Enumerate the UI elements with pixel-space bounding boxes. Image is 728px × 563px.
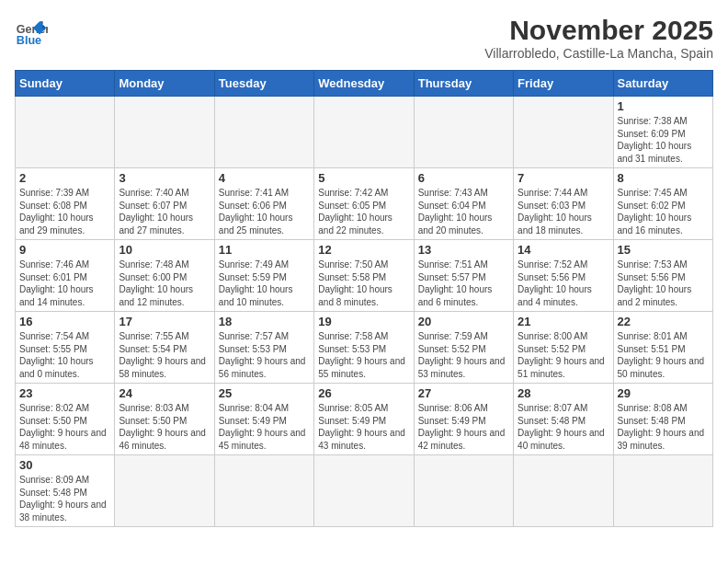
weekday-header-wednesday: Wednesday bbox=[314, 71, 414, 97]
day-info: Sunrise: 7:38 AM Sunset: 6:09 PM Dayligh… bbox=[618, 115, 709, 165]
day-number: 7 bbox=[518, 171, 609, 185]
day-number: 24 bbox=[119, 386, 210, 400]
day-info: Sunrise: 7:48 AM Sunset: 6:00 PM Dayligh… bbox=[119, 259, 210, 308]
week-row-6: 30Sunrise: 8:09 AM Sunset: 5:48 PM Dayli… bbox=[16, 455, 713, 527]
weekday-header-monday: Monday bbox=[115, 71, 214, 97]
day-info: Sunrise: 7:59 AM Sunset: 5:52 PM Dayligh… bbox=[418, 330, 509, 380]
day-number: 8 bbox=[618, 171, 709, 185]
day-cell bbox=[613, 455, 712, 527]
day-number: 6 bbox=[418, 171, 509, 185]
day-info: Sunrise: 7:40 AM Sunset: 6:07 PM Dayligh… bbox=[119, 187, 210, 236]
day-number: 27 bbox=[418, 386, 509, 400]
day-cell: 12Sunrise: 7:50 AM Sunset: 5:58 PM Dayli… bbox=[314, 240, 414, 312]
day-info: Sunrise: 7:44 AM Sunset: 6:03 PM Dayligh… bbox=[518, 187, 609, 236]
day-cell: 6Sunrise: 7:43 AM Sunset: 6:04 PM Daylig… bbox=[414, 168, 513, 240]
day-info: Sunrise: 7:39 AM Sunset: 6:08 PM Dayligh… bbox=[19, 187, 110, 236]
day-number: 26 bbox=[318, 386, 409, 400]
day-cell: 28Sunrise: 8:07 AM Sunset: 5:48 PM Dayli… bbox=[514, 384, 613, 455]
day-info: Sunrise: 8:03 AM Sunset: 5:50 PM Dayligh… bbox=[119, 402, 210, 452]
day-number: 23 bbox=[19, 386, 110, 400]
day-number: 21 bbox=[518, 315, 609, 328]
day-cell: 20Sunrise: 7:59 AM Sunset: 5:52 PM Dayli… bbox=[414, 312, 513, 384]
day-info: Sunrise: 7:42 AM Sunset: 6:05 PM Dayligh… bbox=[318, 187, 409, 236]
month-title: November 2025 bbox=[484, 15, 713, 46]
day-cell: 1Sunrise: 7:38 AM Sunset: 6:09 PM Daylig… bbox=[613, 97, 712, 168]
day-number: 16 bbox=[19, 315, 110, 328]
day-number: 2 bbox=[19, 171, 110, 185]
day-cell: 4Sunrise: 7:41 AM Sunset: 6:06 PM Daylig… bbox=[214, 168, 313, 240]
day-cell: 29Sunrise: 8:08 AM Sunset: 5:48 PM Dayli… bbox=[613, 384, 712, 455]
day-number: 25 bbox=[219, 386, 310, 400]
day-cell: 5Sunrise: 7:42 AM Sunset: 6:05 PM Daylig… bbox=[314, 168, 414, 240]
day-info: Sunrise: 8:06 AM Sunset: 5:49 PM Dayligh… bbox=[418, 402, 509, 452]
week-row-2: 2Sunrise: 7:39 AM Sunset: 6:08 PM Daylig… bbox=[16, 168, 713, 240]
week-row-1: 1Sunrise: 7:38 AM Sunset: 6:09 PM Daylig… bbox=[16, 97, 713, 168]
day-info: Sunrise: 8:04 AM Sunset: 5:49 PM Dayligh… bbox=[219, 402, 310, 452]
day-info: Sunrise: 7:49 AM Sunset: 5:59 PM Dayligh… bbox=[219, 259, 310, 308]
day-cell bbox=[414, 97, 513, 168]
day-cell: 19Sunrise: 7:58 AM Sunset: 5:53 PM Dayli… bbox=[314, 312, 414, 384]
day-cell: 26Sunrise: 8:05 AM Sunset: 5:49 PM Dayli… bbox=[314, 384, 414, 455]
day-info: Sunrise: 8:05 AM Sunset: 5:49 PM Dayligh… bbox=[318, 402, 409, 452]
location: Villarrobledo, Castille-La Mancha, Spain bbox=[484, 46, 713, 61]
day-cell: 7Sunrise: 7:44 AM Sunset: 6:03 PM Daylig… bbox=[514, 168, 613, 240]
day-cell: 2Sunrise: 7:39 AM Sunset: 6:08 PM Daylig… bbox=[16, 168, 115, 240]
page-header: General Blue November 2025 Villarrobledo… bbox=[15, 15, 713, 61]
day-info: Sunrise: 8:09 AM Sunset: 5:48 PM Dayligh… bbox=[19, 474, 110, 523]
day-cell: 25Sunrise: 8:04 AM Sunset: 5:49 PM Dayli… bbox=[214, 384, 313, 455]
day-cell bbox=[514, 97, 613, 168]
day-number: 14 bbox=[518, 243, 609, 257]
day-number: 13 bbox=[418, 243, 509, 257]
day-info: Sunrise: 7:53 AM Sunset: 5:56 PM Dayligh… bbox=[618, 259, 709, 308]
day-cell: 17Sunrise: 7:55 AM Sunset: 5:54 PM Dayli… bbox=[115, 312, 214, 384]
day-number: 20 bbox=[418, 315, 509, 328]
day-cell bbox=[414, 455, 513, 527]
weekday-header-saturday: Saturday bbox=[613, 71, 712, 97]
day-info: Sunrise: 7:57 AM Sunset: 5:53 PM Dayligh… bbox=[219, 330, 310, 380]
day-info: Sunrise: 8:01 AM Sunset: 5:51 PM Dayligh… bbox=[618, 330, 709, 380]
weekday-header-sunday: Sunday bbox=[16, 71, 115, 97]
day-number: 5 bbox=[318, 171, 409, 185]
week-row-5: 23Sunrise: 8:02 AM Sunset: 5:50 PM Dayli… bbox=[16, 384, 713, 455]
day-cell bbox=[115, 455, 214, 527]
svg-text:Blue: Blue bbox=[17, 34, 41, 47]
day-info: Sunrise: 7:55 AM Sunset: 5:54 PM Dayligh… bbox=[119, 330, 210, 380]
day-cell: 21Sunrise: 8:00 AM Sunset: 5:52 PM Dayli… bbox=[514, 312, 613, 384]
day-info: Sunrise: 8:08 AM Sunset: 5:48 PM Dayligh… bbox=[618, 402, 709, 452]
day-cell: 24Sunrise: 8:03 AM Sunset: 5:50 PM Dayli… bbox=[115, 384, 214, 455]
day-cell bbox=[314, 455, 414, 527]
day-info: Sunrise: 8:00 AM Sunset: 5:52 PM Dayligh… bbox=[518, 330, 609, 380]
day-cell: 27Sunrise: 8:06 AM Sunset: 5:49 PM Dayli… bbox=[414, 384, 513, 455]
day-cell: 9Sunrise: 7:46 AM Sunset: 6:01 PM Daylig… bbox=[16, 240, 115, 312]
day-info: Sunrise: 7:52 AM Sunset: 5:56 PM Dayligh… bbox=[518, 259, 609, 308]
week-row-3: 9Sunrise: 7:46 AM Sunset: 6:01 PM Daylig… bbox=[16, 240, 713, 312]
day-info: Sunrise: 8:02 AM Sunset: 5:50 PM Dayligh… bbox=[19, 402, 110, 452]
logo-icon: General Blue bbox=[15, 15, 48, 48]
day-info: Sunrise: 8:07 AM Sunset: 5:48 PM Dayligh… bbox=[518, 402, 609, 452]
logo: General Blue bbox=[15, 15, 48, 48]
day-number: 3 bbox=[119, 171, 210, 185]
day-info: Sunrise: 7:50 AM Sunset: 5:58 PM Dayligh… bbox=[318, 259, 409, 308]
day-info: Sunrise: 7:41 AM Sunset: 6:06 PM Dayligh… bbox=[219, 187, 310, 236]
day-cell: 16Sunrise: 7:54 AM Sunset: 5:55 PM Dayli… bbox=[16, 312, 115, 384]
weekday-header-friday: Friday bbox=[514, 71, 613, 97]
day-cell: 22Sunrise: 8:01 AM Sunset: 5:51 PM Dayli… bbox=[613, 312, 712, 384]
weekday-header-row: SundayMondayTuesdayWednesdayThursdayFrid… bbox=[16, 71, 713, 97]
day-info: Sunrise: 7:54 AM Sunset: 5:55 PM Dayligh… bbox=[19, 330, 110, 380]
day-info: Sunrise: 7:45 AM Sunset: 6:02 PM Dayligh… bbox=[618, 187, 709, 236]
day-number: 17 bbox=[119, 315, 210, 328]
calendar-table: SundayMondayTuesdayWednesdayThursdayFrid… bbox=[15, 70, 713, 527]
day-number: 15 bbox=[618, 243, 709, 257]
day-cell: 13Sunrise: 7:51 AM Sunset: 5:57 PM Dayli… bbox=[414, 240, 513, 312]
weekday-header-thursday: Thursday bbox=[414, 71, 513, 97]
day-cell bbox=[16, 97, 115, 168]
day-cell: 18Sunrise: 7:57 AM Sunset: 5:53 PM Dayli… bbox=[214, 312, 313, 384]
day-info: Sunrise: 7:46 AM Sunset: 6:01 PM Dayligh… bbox=[19, 259, 110, 308]
title-section: November 2025 Villarrobledo, Castille-La… bbox=[484, 15, 713, 61]
day-number: 10 bbox=[119, 243, 210, 257]
day-number: 9 bbox=[19, 243, 110, 257]
day-number: 12 bbox=[318, 243, 409, 257]
day-cell: 8Sunrise: 7:45 AM Sunset: 6:02 PM Daylig… bbox=[613, 168, 712, 240]
day-number: 11 bbox=[219, 243, 310, 257]
weekday-header-tuesday: Tuesday bbox=[214, 71, 313, 97]
